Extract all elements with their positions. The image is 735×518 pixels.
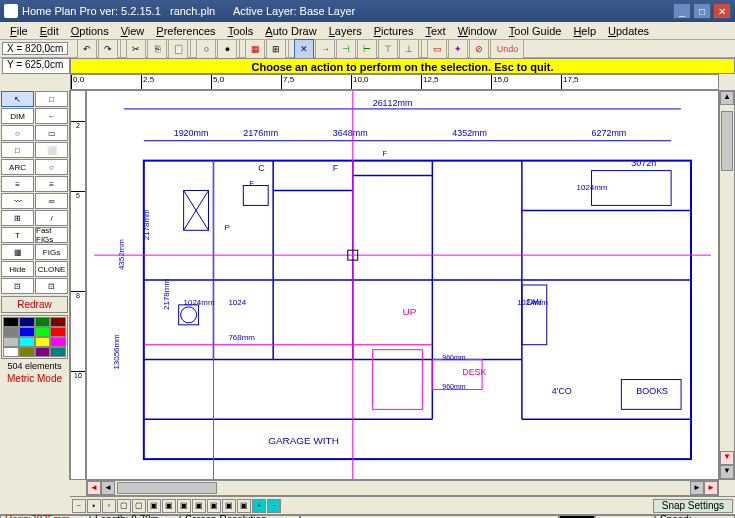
scroll-v-thumb[interactable] — [721, 111, 733, 171]
arrow-button[interactable]: → — [315, 39, 335, 59]
scrollbar-horizontal[interactable]: ◄ ◄ ► ► — [86, 480, 719, 496]
menu-file[interactable]: File — [4, 24, 34, 38]
scroll-down-arrow[interactable]: ▼ — [720, 465, 734, 479]
zoom-minus-button[interactable]: − — [72, 499, 86, 513]
tool-3-1[interactable]: ⬜ — [35, 142, 68, 158]
tool-0-1[interactable]: □ — [35, 91, 68, 107]
zoom-in-button[interactable]: ○ — [196, 39, 216, 59]
tool-10-1[interactable]: CLONE — [35, 261, 68, 277]
align-top-button[interactable]: ⊤ — [378, 39, 398, 59]
magic-button[interactable]: ✦ — [448, 39, 468, 59]
color-swatch-11[interactable] — [50, 337, 66, 347]
tool-11-0[interactable]: ⊡ — [1, 278, 34, 294]
color-swatch-2[interactable] — [35, 317, 51, 327]
tool-7-0[interactable]: ⊞ — [1, 210, 34, 226]
color-swatch-0[interactable] — [3, 317, 19, 327]
copy-button[interactable]: ⎘ — [147, 39, 167, 59]
snap7-button[interactable]: ▣ — [207, 499, 221, 513]
layer-button[interactable]: ▦ — [245, 39, 265, 59]
menu-pictures[interactable]: Pictures — [368, 24, 420, 38]
color-swatch-6[interactable] — [35, 327, 51, 337]
tool-2-1[interactable]: ▭ — [35, 125, 68, 141]
drawing-canvas[interactable]: 26112mm1920mm2176mm3648mm4352mm6272mm435… — [86, 90, 719, 480]
tool-1-1[interactable]: ← — [35, 108, 68, 124]
color-swatch-12[interactable] — [3, 347, 19, 357]
zoom-minus2-button[interactable]: − — [267, 499, 281, 513]
redo-button[interactable]: ↷ — [98, 39, 118, 59]
tool-4-0[interactable]: ARC — [1, 159, 34, 175]
color-swatch-13[interactable] — [19, 347, 35, 357]
tool-5-0[interactable]: ≡ — [1, 176, 34, 192]
color-swatch-3[interactable] — [50, 317, 66, 327]
menu-view[interactable]: View — [115, 24, 151, 38]
color-swatch-8[interactable] — [3, 337, 19, 347]
tool-6-0[interactable]: 〰 — [1, 193, 34, 209]
zoom-out-button[interactable]: ● — [217, 39, 237, 59]
scroll-left-arrow[interactable]: ◄ — [101, 481, 115, 495]
tool-6-1[interactable]: ═ — [35, 193, 68, 209]
scroll-right-arrow[interactable]: ► — [690, 481, 704, 495]
snap9-button[interactable]: ▣ — [237, 499, 251, 513]
snap1-button[interactable]: ▢ — [117, 499, 131, 513]
snap3-button[interactable]: ▣ — [147, 499, 161, 513]
scroll-down-arrow-red[interactable]: ▼ — [720, 451, 734, 465]
snap5-button[interactable]: ▣ — [177, 499, 191, 513]
menu-options[interactable]: Options — [65, 24, 115, 38]
tool-3-0[interactable]: □ — [1, 142, 34, 158]
menu-help[interactable]: Help — [567, 24, 602, 38]
color-swatch-1[interactable] — [19, 317, 35, 327]
menu-edit[interactable]: Edit — [34, 24, 65, 38]
menu-text[interactable]: Text — [419, 24, 451, 38]
color-swatch-14[interactable] — [35, 347, 51, 357]
scroll-h-thumb[interactable] — [117, 482, 217, 494]
color-swatch-4[interactable] — [3, 327, 19, 337]
scrollbar-vertical[interactable]: ▲ ▼ ▼ — [719, 90, 735, 480]
tool-9-1[interactable]: FIGs — [35, 244, 68, 260]
cut-button[interactable]: ✂ — [126, 39, 146, 59]
select-button[interactable]: ✕ — [294, 39, 314, 59]
menu-tool-guide[interactable]: Tool Guide — [503, 24, 568, 38]
scroll-right-arrow-red[interactable]: ► — [704, 481, 718, 495]
tool-9-0[interactable]: ▦ — [1, 244, 34, 260]
menu-tools[interactable]: Tools — [222, 24, 260, 38]
menu-layers[interactable]: Layers — [323, 24, 368, 38]
close-button[interactable]: ✕ — [713, 3, 731, 19]
align-center-button[interactable]: ⊢ — [357, 39, 377, 59]
tool-8-0[interactable]: T — [1, 227, 34, 243]
menu-preferences[interactable]: Preferences — [150, 24, 221, 38]
menu-updates[interactable]: Updates — [602, 24, 655, 38]
tool-4-1[interactable]: ○ — [35, 159, 68, 175]
snap4-button[interactable]: ▣ — [162, 499, 176, 513]
scroll-left-arrow-red[interactable]: ◄ — [87, 481, 101, 495]
tool-8-1[interactable]: Fast FIGs — [35, 227, 68, 243]
menu-window[interactable]: Window — [452, 24, 503, 38]
tool-7-1[interactable]: / — [35, 210, 68, 226]
stop-button[interactable]: ⊘ — [469, 39, 489, 59]
tool-11-1[interactable]: ⊡ — [35, 278, 68, 294]
color-swatch-15[interactable] — [50, 347, 66, 357]
scroll-up-arrow[interactable]: ▲ — [720, 91, 734, 105]
color-swatch-5[interactable] — [19, 327, 35, 337]
snap-settings-button[interactable]: Snap Settings — [653, 499, 733, 513]
zoom-cyan-button[interactable]: + — [252, 499, 266, 513]
snap8-button[interactable]: ▣ — [222, 499, 236, 513]
redraw-button[interactable]: Redraw — [1, 296, 68, 313]
tool-2-0[interactable]: ○ — [1, 125, 34, 141]
menu-auto-draw[interactable]: Auto Draw — [259, 24, 322, 38]
undo-button[interactable]: ↶ — [77, 39, 97, 59]
grid-button[interactable]: ⊞ — [266, 39, 286, 59]
tool-10-0[interactable]: Hide — [1, 261, 34, 277]
minimize-button[interactable]: _ — [673, 3, 691, 19]
undo2-button[interactable]: Undo — [490, 39, 524, 59]
color-swatch-7[interactable] — [50, 327, 66, 337]
grid2-button[interactable]: ▫ — [102, 499, 116, 513]
grid1-button[interactable]: ▪ — [87, 499, 101, 513]
tool-5-1[interactable]: ≡ — [35, 176, 68, 192]
color-swatch-9[interactable] — [19, 337, 35, 347]
tool-0-0[interactable]: ↖ — [1, 91, 34, 107]
maximize-button[interactable]: □ — [693, 3, 711, 19]
snap6-button[interactable]: ▣ — [192, 499, 206, 513]
tool-1-0[interactable]: DIM — [1, 108, 34, 124]
paste-button[interactable]: 📋 — [168, 39, 188, 59]
color-swatch-10[interactable] — [35, 337, 51, 347]
